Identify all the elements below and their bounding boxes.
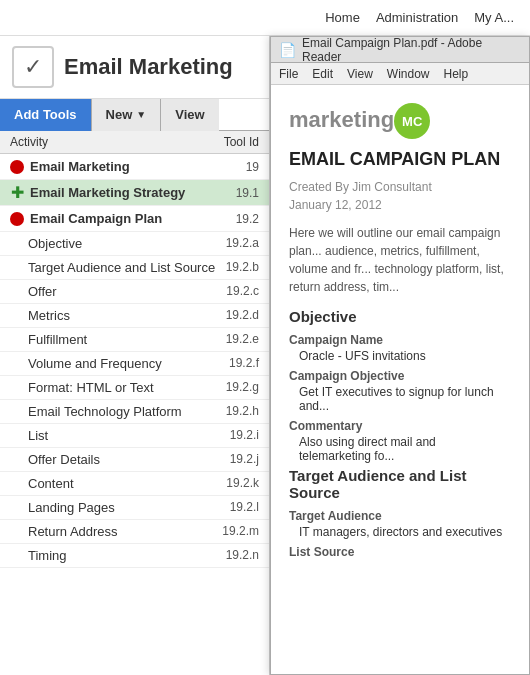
pdf-meta: Created By Jim Consultant January 12, 20… [289, 178, 511, 214]
list-item[interactable]: Email Marketing19 [0, 154, 269, 180]
page-title: Email Marketing [64, 54, 233, 80]
pdf-field-label: Campaign Objective [289, 369, 511, 383]
list-item[interactable]: Timing19.2.n [0, 544, 269, 568]
item-label: Email Campaign Plan [30, 211, 162, 226]
logo-area: ✓ Email Marketing [0, 36, 269, 99]
pdf-menubar: FileEditViewWindowHelp [271, 63, 529, 85]
new-button[interactable]: New ▼ [91, 99, 161, 131]
list-item[interactable]: Offer19.2.c [0, 280, 269, 304]
pdf-icon: 📄 [279, 42, 296, 58]
item-label: Email Marketing Strategy [30, 185, 185, 200]
pdf-field-value: Also using direct mail and telemarketing… [289, 435, 511, 463]
pdf-field-label: List Source [289, 545, 511, 559]
pdf-menu-item[interactable]: Help [444, 67, 469, 81]
item-label: Email Marketing [30, 159, 130, 174]
item-id: 19 [214, 160, 259, 174]
green-plus-icon: ✚ [10, 186, 24, 200]
pdf-section-title: Objective [289, 308, 511, 325]
pdf-viewer: 📄 Email Campaign Plan.pdf - Adobe Reader… [270, 36, 530, 675]
list-item[interactable]: Metrics19.2.d [0, 304, 269, 328]
pdf-title: Email Campaign Plan.pdf - Adobe Reader [302, 36, 521, 64]
red-dot-icon [10, 212, 24, 226]
view-button[interactable]: View [160, 99, 218, 131]
pdf-section-title: Target Audience and List Source [289, 467, 511, 501]
list-item[interactable]: Email Campaign Plan19.2 [0, 206, 269, 232]
left-panel: ✓ Email Marketing Add Tools New ▼ View A… [0, 36, 270, 675]
list-item[interactable]: Target Audience and List Source19.2.b [0, 256, 269, 280]
pdf-menu-item[interactable]: File [279, 67, 298, 81]
activity-col-header: Activity [10, 135, 48, 149]
new-dropdown-arrow: ▼ [136, 109, 146, 120]
nav-home[interactable]: Home [325, 10, 360, 25]
pdf-field-label: Target Audience [289, 509, 511, 523]
list-item[interactable]: Content19.2.k [0, 472, 269, 496]
list-item[interactable]: Offer Details19.2.j [0, 448, 269, 472]
list-item[interactable]: List19.2.i [0, 424, 269, 448]
list-item[interactable]: Fulfillment19.2.e [0, 328, 269, 352]
list-item[interactable]: Volume and Frequency19.2.f [0, 352, 269, 376]
pdf-field-label: Commentary [289, 419, 511, 433]
pdf-sections: ObjectiveCampaign NameOracle - UFS invit… [289, 308, 511, 559]
pdf-content: marketing MC EMAIL CAMPAIGN PLAN Created… [271, 85, 529, 674]
list-item[interactable]: Email Technology Platform19.2.h [0, 400, 269, 424]
list-item[interactable]: Format: HTML or Text19.2.g [0, 376, 269, 400]
list-item[interactable]: Landing Pages19.2.l [0, 496, 269, 520]
pdf-intro: Here we will outline our email campaign … [289, 224, 511, 296]
list-item[interactable]: Return Address19.2.m [0, 520, 269, 544]
mc-badge: MC [394, 103, 430, 139]
pdf-titlebar: 📄 Email Campaign Plan.pdf - Adobe Reader [271, 37, 529, 63]
item-id: 19.2 [214, 212, 259, 226]
add-tools-button[interactable]: Add Tools [0, 99, 91, 131]
toolid-col-header: Tool Id [224, 135, 259, 149]
pdf-field-value: Get IT executives to signup for lunch an… [289, 385, 511, 413]
table-header: Activity Tool Id [0, 131, 269, 154]
pdf-author: Created By Jim Consultant [289, 178, 511, 196]
pdf-menu-item[interactable]: View [347, 67, 373, 81]
pdf-doc-title: EMAIL CAMPAIGN PLAN [289, 149, 511, 170]
top-nav: Home Administration My A... [0, 0, 530, 36]
toolbar: Add Tools New ▼ View [0, 99, 269, 131]
pdf-field-label: Campaign Name [289, 333, 511, 347]
pdf-menu-item[interactable]: Edit [312, 67, 333, 81]
pdf-menu-item[interactable]: Window [387, 67, 430, 81]
activity-list: Email Marketing19✚Email Marketing Strate… [0, 154, 269, 675]
list-item[interactable]: Objective19.2.a [0, 232, 269, 256]
pdf-date: January 12, 2012 [289, 196, 511, 214]
red-dot-icon [10, 160, 24, 174]
nav-administration[interactable]: Administration [376, 10, 458, 25]
pdf-brand: marketing MC [289, 101, 511, 139]
pdf-field-value: IT managers, directors and executives [289, 525, 511, 539]
nav-my-account[interactable]: My A... [474, 10, 514, 25]
item-id: 19.1 [214, 186, 259, 200]
pdf-field-value: Oracle - UFS invitations [289, 349, 511, 363]
list-item[interactable]: ✚Email Marketing Strategy19.1 [0, 180, 269, 206]
logo-icon: ✓ [12, 46, 54, 88]
